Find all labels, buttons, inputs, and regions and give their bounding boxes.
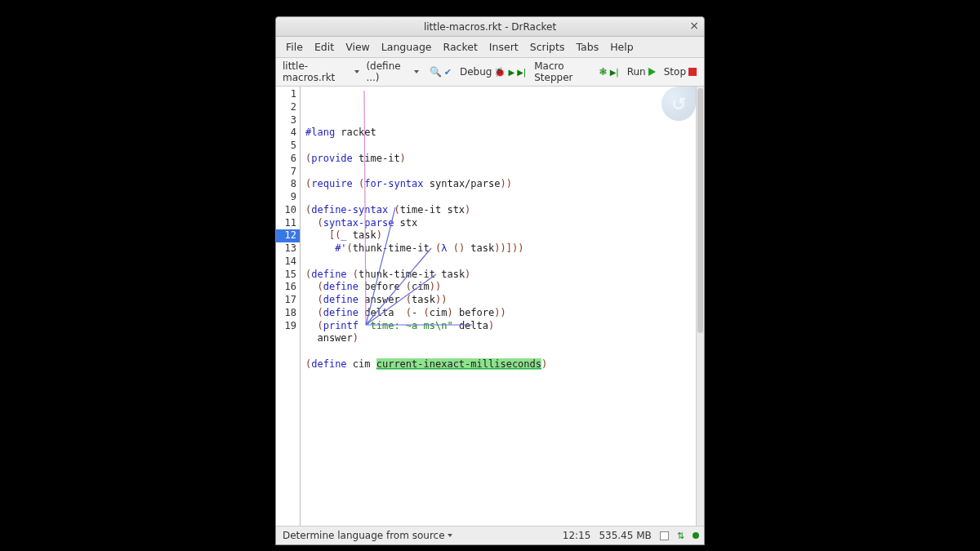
- scrollbar-thumb[interactable]: [697, 88, 703, 333]
- gc-indicator[interactable]: [660, 531, 669, 540]
- stop-button[interactable]: Stop: [662, 65, 699, 78]
- code-token[interactable]: time-it stx: [400, 204, 465, 216]
- code-token[interactable]: [305, 281, 317, 292]
- debug-button[interactable]: Debug 🐞 ▶ ▶|: [457, 65, 528, 78]
- code-line[interactable]: [305, 191, 691, 204]
- menu-tabs[interactable]: Tabs: [571, 39, 604, 55]
- menu-view[interactable]: View: [341, 39, 375, 55]
- menu-racket[interactable]: Racket: [439, 39, 483, 55]
- code-token[interactable]: )): [430, 281, 441, 292]
- code-token[interactable]: define: [323, 294, 359, 305]
- code-token[interactable]: _: [341, 229, 346, 241]
- code-line[interactable]: #lang racket: [305, 127, 691, 140]
- code-token[interactable]: cim: [347, 358, 376, 370]
- code-token[interactable]: ): [465, 269, 470, 280]
- code-token[interactable]: [305, 217, 317, 229]
- code-token[interactable]: [(: [329, 229, 341, 241]
- file-dropdown[interactable]: little-macros.rkt: [281, 60, 361, 84]
- code-line[interactable]: [305, 140, 691, 153]
- code-token[interactable]: ): [541, 358, 547, 370]
- code-token[interactable]: ): [488, 320, 494, 331]
- code-line[interactable]: (require (for-syntax syntax/parse)): [305, 178, 691, 191]
- code-token[interactable]: #': [335, 242, 346, 254]
- menu-file[interactable]: File: [281, 39, 308, 55]
- code-token[interactable]: task: [412, 294, 435, 305]
- code-token[interactable]: [305, 320, 317, 331]
- code-token[interactable]: time-it: [353, 153, 400, 164]
- code-line[interactable]: [(_ task): [305, 229, 691, 242]
- language-dropdown[interactable]: Determine language from source: [281, 529, 454, 542]
- code-token[interactable]: thunk-time-it: [353, 242, 435, 254]
- code-line[interactable]: (define before (cim)): [305, 281, 691, 294]
- code-token[interactable]: (: [406, 294, 412, 305]
- code-token[interactable]: (: [406, 307, 412, 318]
- code-token[interactable]: syntax/parse: [424, 178, 501, 189]
- menu-edit[interactable]: Edit: [310, 39, 339, 55]
- code-token[interactable]: answer: [305, 332, 353, 344]
- menu-help[interactable]: Help: [605, 39, 639, 55]
- code-line[interactable]: (define answer (task)): [305, 294, 691, 307]
- code-line[interactable]: [305, 256, 691, 269]
- menu-insert[interactable]: Insert: [484, 39, 523, 55]
- code-token[interactable]: )): [435, 294, 447, 305]
- code-token[interactable]: ))])): [494, 242, 523, 254]
- code-token[interactable]: printf: [323, 320, 359, 331]
- code-token[interactable]: (: [347, 242, 353, 254]
- code-token[interactable]: [305, 229, 329, 241]
- code-token[interactable]: thunk-time-it task: [359, 269, 465, 280]
- code-token[interactable]: "time: ~a ms\n": [364, 320, 452, 331]
- code-token[interactable]: racket: [335, 127, 376, 138]
- code-token[interactable]: before: [453, 307, 495, 318]
- code-token[interactable]: provide: [311, 153, 353, 164]
- code-token[interactable]: [447, 242, 452, 254]
- code-token[interactable]: task: [347, 229, 376, 241]
- code-token[interactable]: cim: [430, 307, 448, 318]
- code-token[interactable]: (: [317, 294, 323, 305]
- code-token[interactable]: [305, 307, 317, 318]
- code-token[interactable]: ): [447, 307, 452, 318]
- code-token[interactable]: [353, 178, 359, 189]
- code-line[interactable]: #'(thunk-time-it (λ () task))])): [305, 242, 691, 256]
- close-icon[interactable]: ×: [689, 20, 699, 31]
- macro-stepper-button[interactable]: Macro Stepper ❃ ▶|: [532, 60, 621, 84]
- code-line[interactable]: (define delta (- (cim) before)): [305, 307, 691, 320]
- code-token[interactable]: ): [376, 229, 382, 241]
- vertical-scrollbar[interactable]: [696, 87, 704, 526]
- code-token[interactable]: ): [465, 204, 470, 216]
- code-token[interactable]: answer: [359, 294, 406, 305]
- titlebar[interactable]: little-macros.rkt - DrRacket ×: [276, 17, 704, 37]
- code-line[interactable]: (provide time-it): [305, 153, 691, 166]
- code-token[interactable]: )): [494, 307, 506, 318]
- code-token[interactable]: -: [412, 307, 423, 318]
- code-token[interactable]: define-syntax: [311, 204, 388, 216]
- code-token[interactable]: require: [311, 178, 353, 189]
- code-token[interactable]: ): [400, 153, 406, 164]
- code-line[interactable]: (define-syntax (time-it stx): [305, 204, 691, 217]
- code-token[interactable]: )): [500, 178, 511, 189]
- code-token[interactable]: (): [453, 242, 465, 254]
- code-token[interactable]: define: [323, 307, 359, 318]
- code-line[interactable]: (define cim current-inexact-milliseconds…: [305, 358, 691, 371]
- code-line[interactable]: [305, 166, 691, 179]
- code-token[interactable]: for-syntax: [364, 178, 423, 189]
- code-token[interactable]: #lang: [305, 127, 335, 138]
- menu-scripts[interactable]: Scripts: [525, 39, 570, 55]
- search-button[interactable]: 🔍 ✔: [427, 65, 454, 78]
- code-token[interactable]: [305, 242, 335, 254]
- code-token[interactable]: stx: [394, 217, 417, 229]
- code-token[interactable]: [305, 294, 317, 305]
- code-token[interactable]: (: [353, 269, 359, 280]
- code-token[interactable]: (: [406, 281, 412, 292]
- code-token[interactable]: (: [424, 307, 430, 318]
- code-line[interactable]: [305, 345, 691, 358]
- code-token[interactable]: define: [323, 281, 359, 292]
- code-token[interactable]: (: [317, 320, 323, 331]
- code-token[interactable]: (: [317, 307, 323, 318]
- code-area[interactable]: #lang racket (provide time-it) (require …: [301, 87, 696, 526]
- code-token[interactable]: define: [311, 269, 346, 280]
- code-token[interactable]: syntax-parse: [323, 217, 394, 229]
- code-token[interactable]: ): [353, 332, 359, 344]
- code-token[interactable]: task: [465, 242, 494, 254]
- run-button[interactable]: Run: [625, 65, 658, 78]
- code-token[interactable]: before: [359, 281, 406, 292]
